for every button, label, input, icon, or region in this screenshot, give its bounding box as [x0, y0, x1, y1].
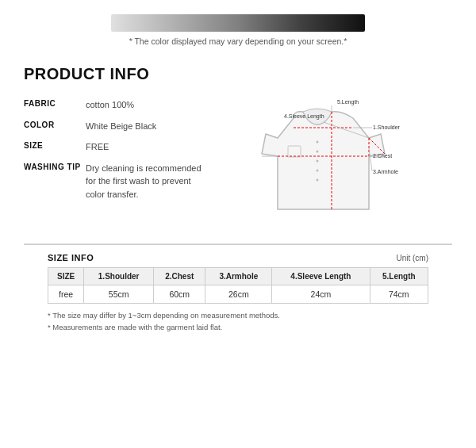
svg-point-3: [317, 151, 319, 153]
fabric-row: FABRIC cotton 100%: [24, 94, 206, 116]
size-label: SIZE: [24, 140, 86, 150]
col-length: 5.Length: [370, 268, 428, 285]
fabric-value: cotton 100%: [86, 98, 206, 112]
info-and-diagram: FABRIC cotton 100% COLOR White Beige Bla…: [24, 94, 452, 229]
col-sleeve: 4.Sleeve Length: [272, 268, 370, 285]
size-row: SIZE FREE: [24, 136, 206, 158]
col-size: SIZE: [48, 268, 84, 285]
size-table-header-row: SIZE 1.Shoulder 2.Chest 3.Armhole 4.Slee…: [48, 268, 428, 285]
svg-text:3.Armhole: 3.Armhole: [373, 169, 398, 174]
cell-sleeve: 24cm: [272, 285, 370, 304]
svg-point-2: [317, 141, 319, 144]
shirt-diagram: 5.Length 4.Sleeve Length 1.Shoulder 2.Ch…: [214, 94, 452, 229]
svg-text:2.Chest: 2.Chest: [373, 153, 392, 159]
size-info-header: SIZE INFO Unit (cm): [48, 253, 428, 262]
size-table: SIZE 1.Shoulder 2.Chest 3.Armhole 4.Slee…: [48, 267, 428, 304]
color-bar: [111, 14, 365, 32]
svg-point-5: [317, 170, 319, 172]
washing-label: WASHING TIP: [24, 162, 86, 171]
cell-shoulder: 55cm: [84, 285, 154, 304]
svg-text:1.Shoulder: 1.Shoulder: [373, 124, 401, 130]
size-note-1: * The size may differ by 1~3cm depending…: [48, 309, 428, 321]
size-value: FREE: [86, 140, 206, 154]
info-table: FABRIC cotton 100% COLOR White Beige Bla…: [24, 94, 206, 205]
product-info-title: PRODUCT INFO: [24, 65, 452, 83]
color-row: COLOR White Beige Black: [24, 116, 206, 137]
table-row: free 55cm 60cm 26cm 24cm 74cm: [48, 285, 428, 304]
col-armhole: 3.Armhole: [205, 268, 272, 285]
color-value: White Beige Black: [86, 120, 206, 133]
diagram-svg: 5.Length 4.Sleeve Length 1.Shoulder 2.Ch…: [214, 94, 452, 229]
cell-length: 74cm: [370, 285, 428, 304]
cell-chest: 60cm: [154, 285, 205, 304]
cell-armhole: 26cm: [205, 285, 272, 304]
size-notes: * The size may differ by 1~3cm depending…: [48, 309, 428, 333]
color-note: * The color displayed may vary depending…: [129, 36, 347, 46]
cell-size: free: [48, 285, 84, 304]
size-note-2: * Measurements are made with the garment…: [48, 321, 428, 333]
washing-row: WASHING TIP Dry cleaning is recommended …: [24, 158, 206, 205]
fabric-label: FABRIC: [24, 98, 86, 108]
unit-label: Unit (cm): [396, 254, 428, 262]
size-info-title: SIZE INFO: [48, 253, 94, 262]
svg-text:5.Length: 5.Length: [337, 99, 359, 105]
svg-text:4.Sleeve Length: 4.Sleeve Length: [284, 113, 324, 120]
col-chest: 2.Chest: [154, 268, 205, 285]
col-shoulder: 1.Shoulder: [84, 268, 154, 285]
product-info-section: PRODUCT INFO FABRIC cotton 100% COLOR Wh…: [0, 51, 476, 237]
color-gradient-section: * The color displayed may vary depending…: [0, 0, 476, 51]
washing-value: Dry cleaning is recommended for the firs…: [86, 162, 206, 201]
svg-point-4: [317, 160, 319, 163]
size-info-section: SIZE INFO Unit (cm) SIZE 1.Shoulder 2.Ch…: [24, 244, 452, 341]
color-label: COLOR: [24, 120, 86, 129]
svg-point-6: [317, 179, 319, 182]
